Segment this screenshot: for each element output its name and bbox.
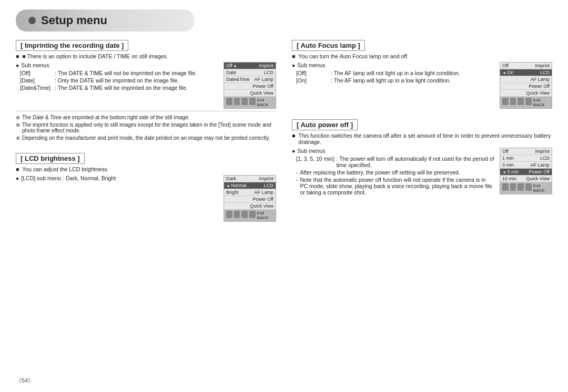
section-lcd-title: [ LCD brightness ] <box>16 153 85 164</box>
menu-row: NormalLCD <box>224 182 276 189</box>
menu-icon-2 <box>234 211 240 218</box>
lcd-submenu-label: ● [LCD] sub menu : Dark, Normal, Bright <box>16 175 218 181</box>
section-auto-power-off: [ Auto power off ] ■ This function switc… <box>292 119 552 197</box>
imprinting-menu-mock: Off Imprint DateLCD Date&TimeAF Lamp Pow… <box>224 62 276 109</box>
header-bar: Setup menu <box>16 9 195 32</box>
section-imprinting: [ Imprinting the recording date ] ■ ■ Th… <box>16 40 276 142</box>
menu-icons: Exit BACK <box>224 97 276 108</box>
section-af-lamp-title: [ Auto Focus lamp ] <box>292 40 365 51</box>
menu-row: OffImprint <box>500 63 552 69</box>
menu-icon-2 <box>510 183 516 191</box>
menu-icon-4 <box>249 211 256 218</box>
menu-icons: Exit BACK <box>500 97 552 108</box>
section-apo-intro: ■ This function switches the camera off … <box>292 132 552 145</box>
header-bullet-icon <box>28 17 36 24</box>
menu-exit-label: Exit BACK <box>533 98 550 107</box>
section-af-lamp: [ Auto Focus lamp ] ■ You can turn the A… <box>292 40 552 109</box>
af-submenus-label: ● Sub menus <box>292 62 494 68</box>
apo-subtext: ● Sub menus [1, 3, 5, 10 min] : The powe… <box>292 148 494 197</box>
list-item: [Off] : The AF lamp will not light up in… <box>296 70 494 76</box>
menu-row: DarkImprint <box>224 176 276 182</box>
menu-icon-4 <box>525 183 532 191</box>
section-apo-title: [ Auto power off ] <box>292 119 358 130</box>
section-imprinting-intro: ■ ■ There is an option to include DATE /… <box>16 53 276 59</box>
apo-submenus: ● Sub menus [1, 3, 5, 10 min] : The powe… <box>292 148 552 197</box>
menu-icon-3 <box>518 98 524 105</box>
submenus-label: ● Sub menus <box>16 62 218 68</box>
menu-icon-3 <box>241 98 248 105</box>
page-title: Setup menu <box>28 14 182 27</box>
menu-row: OffImprint <box>500 148 552 155</box>
menu-exit-label: Exit BACK <box>257 211 273 220</box>
left-column: [ Imprinting the recording date ] ■ ■ Th… <box>16 40 276 226</box>
apo-submenus-label: ● Sub menus <box>292 148 494 154</box>
menu-icon-1 <box>502 98 509 105</box>
menu-icon-4 <box>525 98 532 105</box>
lcd-subtext: ● [LCD] sub menu : Dark, Normal, Bright <box>16 175 218 183</box>
af-menu-mock: OffImprint OnLCD AF Lamp Power Off Quic <box>500 62 552 109</box>
list-item: [Date&Time] : The DATE & TIME will be im… <box>20 85 218 91</box>
menu-row: Date&TimeAF Lamp <box>224 76 276 83</box>
sub-bullet-icon: ● <box>16 62 19 68</box>
menu-row: OnLCD <box>500 69 552 76</box>
menu-icons: Exit BACK <box>500 182 552 194</box>
menu-row: Quick View <box>224 90 276 97</box>
list-item: [Date] : Only the DATE will be imprinted… <box>20 77 218 84</box>
lcd-menu-mock: DarkImprint NormalLCD BrightAF Lamp Powe… <box>224 175 276 222</box>
menu-icons: Exit BACK <box>224 210 276 221</box>
af-items: [Off] : The AF lamp will not light up in… <box>296 70 494 84</box>
dash-item: - Note that the automatic power off func… <box>296 177 494 195</box>
imprinting-submenus: ● Sub menus [Off] : The DATE & TIME will… <box>16 62 276 109</box>
menu-icon-1 <box>226 211 232 218</box>
note-item: ※ Depending on the manufacturer and prin… <box>16 135 276 141</box>
menu-row: Off Imprint <box>224 63 276 69</box>
list-item: [Off] : The DATE & TIME will not be impr… <box>20 70 218 76</box>
menu-row: Power Off <box>500 83 552 90</box>
intro-bullet: ■ <box>16 53 19 59</box>
menu-icon-3 <box>518 183 524 191</box>
menu-icon-1 <box>502 183 509 191</box>
menu-row: Quick View <box>224 203 276 210</box>
section-imprinting-title: [ Imprinting the recording date ] <box>16 40 128 51</box>
list-item: [1, 3, 5, 10 min] : The power will turn … <box>296 156 494 168</box>
imprinting-subtext: ● Sub menus [Off] : The DATE & TIME will… <box>16 62 218 92</box>
menu-exit-label: Exit BACK <box>533 183 550 193</box>
section-lcd: [ LCD brightness ] ■ You can adjust the … <box>16 153 276 222</box>
menu-row: 5 minPower Off <box>500 169 552 176</box>
menu-row: BrightAF Lamp <box>224 189 276 196</box>
menu-exit-label: Exit BACK <box>257 98 273 107</box>
page-container: Setup menu [ Imprinting the recording da… <box>0 0 568 392</box>
page-number: 《54》 <box>16 377 34 384</box>
right-column: [ Auto Focus lamp ] ■ You can turn the A… <box>292 40 552 226</box>
imprinting-items: [Off] : The DATE & TIME will not be impr… <box>20 70 218 91</box>
dash-item: - After replacing the battery, the power… <box>296 169 494 176</box>
menu-icon-2 <box>234 98 240 105</box>
menu-icon-2 <box>510 98 516 105</box>
section-af-intro: ■ You can turn the Auto Focus lamp on an… <box>292 53 552 59</box>
note-item: ※ The Date & Time are imprinted at the b… <box>16 115 276 120</box>
menu-row: 10 minQuick View <box>500 176 552 182</box>
menu-icon-4 <box>249 98 256 105</box>
apo-menu-mock: OffImprint 1 minLCD 3 minAF Lamp 5 minPo… <box>500 148 552 194</box>
note-item: ※ The imprint function is applied only t… <box>16 122 276 133</box>
menu-row: 3 minAF Lamp <box>500 162 552 169</box>
menu-row: AF Lamp <box>500 76 552 83</box>
lcd-submenus: ● [LCD] sub menu : Dark, Normal, Bright … <box>16 175 276 222</box>
menu-row: Power Off <box>224 83 276 90</box>
af-submenus: ● Sub menus [Off] : The AF lamp will not… <box>292 62 552 109</box>
section-lcd-intro: ■ You can adjust the LCD brightness. <box>16 166 276 172</box>
imprinting-notes: ※ The Date & Time are imprinted at the b… <box>16 111 276 141</box>
page-footer: 《54》 <box>16 377 34 385</box>
menu-row: DateLCD <box>224 69 276 76</box>
list-item: [On] : The AF lamp will light up in a lo… <box>296 77 494 84</box>
menu-icon-1 <box>226 98 232 105</box>
apo-dash-items: - After replacing the battery, the power… <box>296 169 494 195</box>
menu-icon-3 <box>241 211 248 218</box>
menu-row: Power Off <box>224 196 276 203</box>
af-subtext: ● Sub menus [Off] : The AF lamp will not… <box>292 62 494 85</box>
apo-items: [1, 3, 5, 10 min] : The power will turn … <box>296 156 494 168</box>
main-content: [ Imprinting the recording date ] ■ ■ Th… <box>16 40 552 226</box>
menu-row: 1 minLCD <box>500 155 552 162</box>
menu-row: Quick View <box>500 90 552 97</box>
